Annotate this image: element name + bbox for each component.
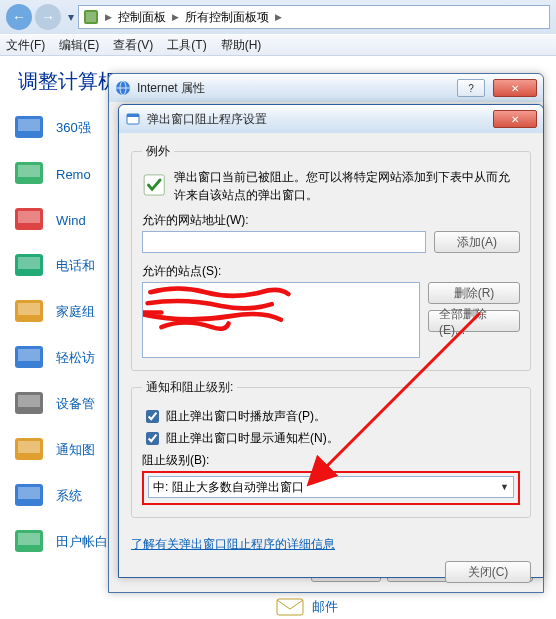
exceptions-group: 例外 弹出窗口当前已被阻止。您可以将特定网站添加到下表中从而允许来自该站点的弹出…: [131, 143, 531, 371]
redaction-scribble: [143, 283, 419, 353]
breadcrumb-seg[interactable]: 所有控制面板项: [185, 9, 269, 26]
titlebar[interactable]: 弹出窗口阻止程序设置 ✕: [119, 105, 543, 133]
control-panel-item-label: 电话和: [56, 257, 95, 275]
add-button[interactable]: 添加(A): [434, 231, 520, 253]
block-level-value: 中: 阻止大多数自动弹出窗口: [153, 479, 304, 496]
menu-file[interactable]: 文件(F): [6, 37, 45, 54]
highlight-box: 中: 阻止大多数自动弹出窗口 ▼: [142, 471, 520, 505]
globe-icon: [115, 80, 131, 96]
control-panel-item-label: 轻松访: [56, 349, 95, 367]
block-level-combobox[interactable]: 中: 阻止大多数自动弹出窗口 ▼: [148, 476, 514, 498]
titlebar[interactable]: Internet 属性 ? ✕: [109, 74, 543, 102]
show-notify-checkbox[interactable]: [146, 432, 159, 445]
play-sound-label: 阻止弹出窗口时播放声音(P)。: [166, 408, 326, 425]
chevron-right-icon: ▶: [170, 12, 181, 22]
control-panel-item-icon: [12, 479, 46, 513]
svg-rect-15: [18, 395, 40, 407]
allowed-sites-label: 允许的站点(S):: [142, 263, 520, 280]
chevron-right-icon: ▶: [103, 12, 114, 22]
svg-rect-5: [18, 165, 40, 177]
svg-rect-1: [86, 12, 96, 22]
chevron-right-icon: ▶: [273, 12, 284, 22]
control-panel-item-label: 田户帐白: [56, 533, 108, 551]
svg-rect-28: [277, 599, 303, 615]
address-bar: ← → ▾ ▶ 控制面板 ▶ 所有控制面板项 ▶: [0, 0, 556, 34]
close-button[interactable]: ✕: [493, 79, 537, 97]
help-button[interactable]: ?: [457, 79, 485, 97]
control-panel-item-label: 设备管: [56, 395, 95, 413]
dialog-title: 弹出窗口阻止程序设置: [147, 111, 267, 128]
popup-settings-icon: [125, 111, 141, 127]
shield-check-icon: [142, 168, 166, 202]
close-dialog-button[interactable]: 关闭(C): [445, 561, 531, 583]
svg-rect-17: [18, 441, 40, 453]
delete-all-button[interactable]: 全部删除(E)...: [428, 310, 520, 332]
svg-rect-9: [18, 257, 40, 269]
control-panel-item-icon: [12, 341, 46, 375]
control-panel-item-icon: [12, 203, 46, 237]
control-panel-item-icon: [12, 111, 46, 145]
nav-forward-button[interactable]: →: [35, 4, 61, 30]
allowed-address-input[interactable]: [142, 231, 426, 253]
show-notify-label: 阻止弹出窗口时显示通知栏(N)。: [166, 430, 339, 447]
notify-block-level-group: 通知和阻止级别: 阻止弹出窗口时播放声音(P)。 阻止弹出窗口时显示通知栏(N)…: [131, 379, 531, 518]
chevron-down-icon: ▼: [500, 482, 509, 492]
play-sound-checkbox[interactable]: [146, 410, 159, 423]
svg-rect-13: [18, 349, 40, 361]
control-panel-item-label: 360强: [56, 119, 91, 137]
delete-button[interactable]: 删除(R): [428, 282, 520, 304]
control-panel-icon: [83, 9, 99, 25]
nav-history-dropdown[interactable]: ▾: [64, 4, 78, 30]
control-panel-item-label: Wind: [56, 213, 86, 228]
control-panel-item-icon: [12, 387, 46, 421]
svg-rect-7: [18, 211, 40, 223]
exceptions-legend: 例外: [142, 143, 174, 160]
control-panel-item-icon: [12, 295, 46, 329]
dialog-title: Internet 属性: [137, 80, 205, 97]
popup-blocker-settings-dialog: 弹出窗口阻止程序设置 ✕ 例外 弹出窗口当前已被阻止。您可以将特定网站添加到下表…: [118, 104, 544, 578]
nav-back-button[interactable]: ←: [6, 4, 32, 30]
control-panel-item-icon: [12, 157, 46, 191]
svg-rect-19: [18, 487, 40, 499]
mail-icon: [276, 598, 304, 616]
close-button[interactable]: ✕: [493, 110, 537, 128]
learn-more-link[interactable]: 了解有关弹出窗口阻止程序的详细信息: [131, 536, 335, 553]
menu-help[interactable]: 帮助(H): [221, 37, 262, 54]
control-panel-item[interactable]: 邮件: [276, 598, 338, 616]
control-panel-item-icon: [12, 525, 46, 559]
control-panel-item-label: 通知图: [56, 441, 95, 459]
allowed-address-label: 允许的网站地址(W):: [142, 212, 520, 229]
notify-legend: 通知和阻止级别:: [142, 379, 237, 396]
menu-tools[interactable]: 工具(T): [167, 37, 206, 54]
control-panel-item-label: 系统: [56, 487, 82, 505]
play-sound-checkbox-row[interactable]: 阻止弹出窗口时播放声音(P)。: [142, 407, 520, 426]
allowed-sites-listbox[interactable]: [142, 282, 420, 358]
svg-rect-3: [18, 119, 40, 131]
control-panel-item-icon: [12, 249, 46, 283]
menu-bar: 文件(F) 编辑(E) 查看(V) 工具(T) 帮助(H): [0, 34, 556, 56]
control-panel-item-label: 家庭组: [56, 303, 95, 321]
menu-edit[interactable]: 编辑(E): [59, 37, 99, 54]
svg-rect-11: [18, 303, 40, 315]
svg-rect-26: [127, 114, 139, 117]
breadcrumb-seg[interactable]: 控制面板: [118, 9, 166, 26]
breadcrumb[interactable]: ▶ 控制面板 ▶ 所有控制面板项 ▶: [78, 5, 550, 29]
exceptions-description: 弹出窗口当前已被阻止。您可以将特定网站添加到下表中从而允许来自该站点的弹出窗口。: [174, 168, 520, 204]
block-level-label: 阻止级别(B):: [142, 452, 520, 469]
control-panel-item-label: 邮件: [312, 598, 338, 616]
svg-rect-21: [18, 533, 40, 545]
control-panel-item-icon: [12, 433, 46, 467]
show-notify-checkbox-row[interactable]: 阻止弹出窗口时显示通知栏(N)。: [142, 429, 520, 448]
menu-view[interactable]: 查看(V): [113, 37, 153, 54]
control-panel-item-label: Remo: [56, 167, 91, 182]
